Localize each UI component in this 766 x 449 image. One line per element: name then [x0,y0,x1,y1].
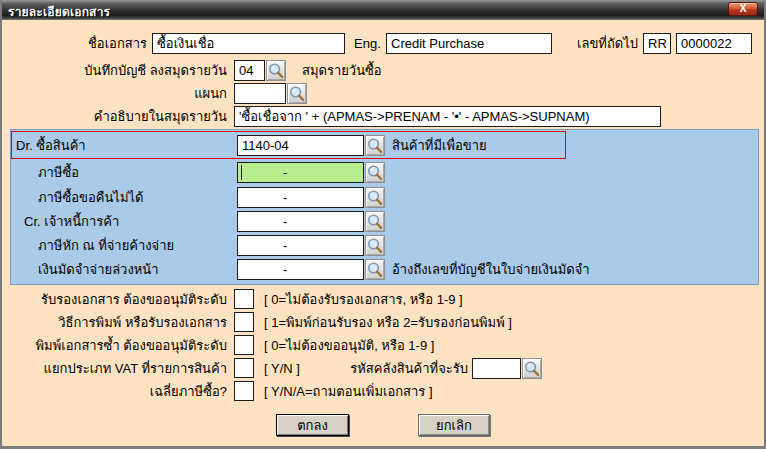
vat-split-hint: [ Y/N ] [264,358,300,379]
ok-button[interactable]: ตกลง [276,414,349,436]
input-vat-account-input[interactable] [237,162,364,183]
dr-account-label: Dr. ซื้อสินค้า [16,135,86,156]
approve-level-input[interactable] [234,289,254,309]
warehouse-label: รหัสคลังสินค้าที่จะรับ [338,358,468,379]
print-method-input[interactable] [234,312,254,332]
magnifier-icon [523,360,541,378]
journal-lookup-button[interactable] [266,60,286,81]
next-number-label: เลขที่ถัดไป [558,33,638,54]
approve-level-label: รับรองเอกสาร ต้องขออนุมัติระดับ [2,289,227,310]
cr-account-input[interactable] [237,211,364,232]
description-input[interactable] [234,106,661,127]
dr-account-input[interactable] [237,135,364,156]
avg-vat-label: เฉลี่ยภาษีซื้อ? [2,381,227,402]
withholding-tax-label: ภาษีหัก ณ ที่จ่ายค้างจ่าย [38,235,174,256]
nonrefund-vat-lookup-button[interactable] [365,187,385,208]
doc-name-label: ชื่อเอกสาร [2,33,147,54]
department-lookup-button[interactable] [287,83,307,104]
next-number-input[interactable] [676,33,752,54]
next-number-prefix-input[interactable] [643,33,671,54]
advance-deposit-lookup-button[interactable] [365,259,385,280]
title-bar[interactable]: รายละเอียดเอกสาร X [0,0,766,20]
dr-account-lookup-button[interactable] [365,135,385,156]
warehouse-input[interactable] [472,358,521,379]
avg-vat-hint: [ Y/N/A=ถามตอนเพิ่มเอกสาร ] [264,381,433,402]
avg-vat-input[interactable] [234,381,254,401]
journal-label: บันทึกบัญชี ลงสมุดรายวัน [2,60,227,81]
nonrefund-vat-label: ภาษีซื้อขอคืนไม่ได้ [38,187,143,208]
description-label: คำอธิบายในสมุดรายวัน [2,106,227,127]
reprint-level-hint: [ 0=ไม่ต้องขออนุมัติ, หรือ 1-9 ] [264,335,434,356]
eng-name-input[interactable] [386,33,552,54]
magnifier-icon [267,62,285,80]
print-method-hint: [ 1=พิมพ์ก่อนรับรอง หรือ 2=รับรองก่อนพิม… [264,312,512,333]
advance-deposit-label: เงินมัดจำจ่ายล่วงหน้า [38,259,159,280]
cancel-button[interactable]: ยกเลิก [418,414,490,436]
print-method-label: วิธีการพิมพ์ หรือรับรองเอกสาร [2,312,227,333]
withholding-tax-account-input[interactable] [237,235,364,256]
document-details-dialog: รายละเอียดเอกสาร X ชื่อเอกสาร Eng. เลขที… [0,0,766,449]
vat-split-label: แยกประเภท VAT ที่รายการสินค้า [2,358,227,379]
magnifier-icon [288,85,306,103]
magnifier-icon [366,237,384,255]
doc-name-input[interactable] [152,33,345,54]
department-label: แผนก [2,83,227,104]
eng-label: Eng. [354,33,381,54]
dialog-title: รายละเอียดเอกสาร [8,2,110,21]
input-vat-label: ภาษีซื้อ [38,162,79,183]
reprint-level-input[interactable] [234,335,254,355]
reprint-level-label: พิมพ์เอกสารซ้ำ ต้องขออนุมัติระดับ [2,335,227,356]
approve-level-hint: [ 0=ไม่ต้องรับรองเอกสาร, หรือ 1-9 ] [264,289,463,310]
magnifier-icon [366,164,384,182]
withholding-tax-lookup-button[interactable] [365,235,385,256]
cr-account-lookup-button[interactable] [365,211,385,232]
close-icon[interactable]: X [728,2,758,16]
dr-account-name-text: สินค้าที่มีเพื่อขาย [392,135,487,156]
nonrefund-vat-account-input[interactable] [237,187,364,208]
advance-deposit-account-input[interactable] [237,259,364,280]
warehouse-lookup-button[interactable] [522,358,542,379]
advance-deposit-note: อ้างถึงเลขที่บัญชีในใบจ่ายเงินมัดจำ [392,259,590,280]
department-input[interactable] [234,83,286,104]
cr-account-label: Cr. เจ้าหนี้การค้า [24,211,119,232]
journal-name-text: สมุดรายวันซื้อ [302,60,382,81]
magnifier-icon [366,261,384,279]
vat-split-input[interactable] [234,358,254,378]
magnifier-icon [366,213,384,231]
journal-code-input[interactable] [234,60,265,81]
magnifier-icon [366,189,384,207]
input-vat-lookup-button[interactable] [365,162,385,183]
text-cursor [241,165,242,180]
magnifier-icon [366,137,384,155]
